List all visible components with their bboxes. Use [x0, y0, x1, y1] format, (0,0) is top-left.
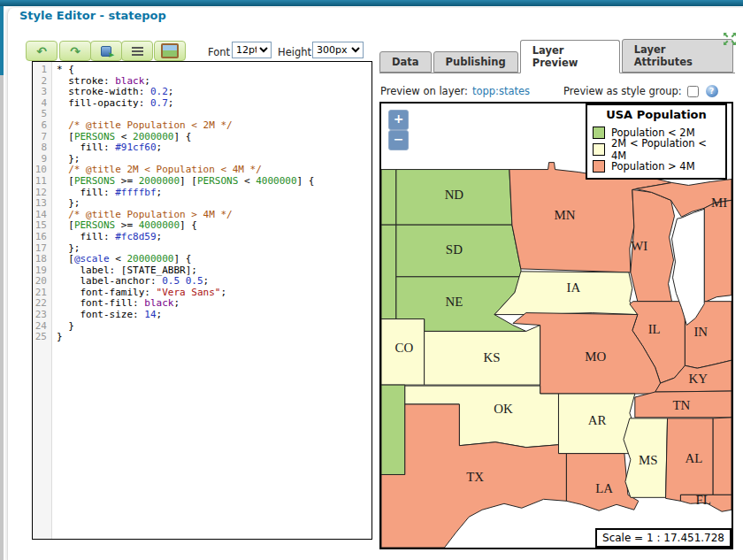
- format-button[interactable]: [121, 41, 153, 61]
- state-KS: [425, 326, 540, 386]
- state-label-KY: KY: [689, 372, 709, 386]
- code-line[interactable]: fill-opacity: 0.7;: [57, 98, 372, 110]
- legend-swatch: [593, 127, 605, 139]
- line-number: 6: [33, 120, 51, 132]
- state-label-AR: AR: [588, 413, 607, 427]
- line-number: 23: [33, 310, 51, 321]
- preview-on-layer-label: Preview on layer:: [380, 85, 468, 97]
- state-MT: [381, 170, 396, 226]
- image-icon: [161, 43, 179, 58]
- code-line[interactable]: fill: #91cf60;: [57, 142, 372, 154]
- code-line[interactable]: }: [57, 321, 372, 333]
- state-label-WI: WI: [631, 239, 647, 253]
- state-label-MI: MI: [711, 196, 727, 210]
- line-number: 3: [33, 87, 51, 98]
- state-label-MO: MO: [585, 349, 606, 364]
- state-MI: [704, 200, 732, 302]
- state-WY: [381, 225, 396, 318]
- state-label-MN: MN: [554, 208, 575, 222]
- legend-label: Population > 4M: [611, 160, 695, 173]
- line-number: 8: [33, 142, 51, 154]
- state-label-NE: NE: [445, 295, 463, 309]
- state-label-IL: IL: [648, 322, 661, 336]
- left-edge-gray: [0, 75, 4, 560]
- top-border-bar: [0, 0, 743, 6]
- legend-swatch: [593, 160, 605, 173]
- insert-image-button[interactable]: [154, 41, 186, 61]
- state-label-TX: TX: [466, 470, 484, 484]
- font-size-select[interactable]: 12pt: [232, 42, 272, 58]
- tab-data[interactable]: Data: [379, 51, 432, 73]
- code-line[interactable]: }: [57, 332, 372, 343]
- redo-icon: ↷: [70, 45, 80, 58]
- code-area[interactable]: * { stroke: black; stroke-width: 0.2; fi…: [53, 62, 372, 539]
- state-GA: [713, 418, 732, 495]
- sld-icon: ➤: [101, 46, 112, 57]
- line-numbers: 1234567891011121314151617181920212223242…: [33, 62, 52, 539]
- code-line[interactable]: font-size: 14;: [57, 310, 372, 321]
- state-label-SD: SD: [446, 242, 463, 257]
- state-label-IA: IA: [567, 280, 581, 295]
- help-icon[interactable]: ?: [706, 85, 718, 97]
- tab-bar: DataPublishingLayer PreviewLayer Attribu…: [379, 50, 735, 73]
- lines-icon: [132, 47, 143, 49]
- zoom-in-button[interactable]: +: [388, 110, 409, 130]
- tab-publishing[interactable]: Publishing: [433, 51, 518, 73]
- style-group-label: Preview as style group:: [563, 85, 682, 97]
- layer-link[interactable]: topp:states: [472, 85, 530, 97]
- state-label-OK: OK: [494, 402, 513, 416]
- font-label: Font: [208, 46, 230, 58]
- convert-sld-button[interactable]: ➤: [90, 41, 122, 61]
- state-label-LA: LA: [595, 481, 613, 495]
- undo-button[interactable]: ↶: [26, 41, 57, 61]
- code-line[interactable]: fill: #fc8d59;: [57, 232, 372, 243]
- legend-label: 2M < Population < 4M: [611, 137, 722, 162]
- state-label-ND: ND: [445, 188, 464, 202]
- legend-swatch: [593, 143, 605, 156]
- line-number: 11: [33, 176, 51, 188]
- redo-button[interactable]: ↷: [59, 41, 91, 61]
- undo-icon: ↶: [36, 45, 47, 58]
- page-title: Style Editor - statepop: [19, 9, 166, 22]
- tab-layer-attributes[interactable]: Layer Attributes: [622, 39, 733, 73]
- legend-item: 2M < Population < 4M: [591, 141, 722, 157]
- code-line[interactable]: fill: #ffffbf;: [57, 188, 372, 199]
- line-number: 20: [33, 276, 51, 288]
- code-editor[interactable]: 1234567891011121314151617181920212223242…: [32, 61, 372, 540]
- line-number: 25: [33, 332, 51, 343]
- height-label: Height: [278, 46, 311, 58]
- state-NM: [381, 385, 405, 474]
- editor-height-select[interactable]: 300px: [312, 42, 364, 58]
- line-number: 18: [33, 254, 51, 265]
- map-preview: NDSDNEMNWIMIIAILINCOKSMOKYTNOKARTXLAMSAL…: [379, 102, 733, 549]
- line-number: 16: [33, 232, 51, 243]
- tab-layer-preview[interactable]: Layer Preview: [520, 40, 620, 73]
- style-group-checkbox[interactable]: [687, 86, 699, 97]
- state-label-CO: CO: [394, 341, 413, 355]
- legend: USA Population Population < 2M2M < Popul…: [586, 104, 727, 180]
- state-label-IN: IN: [693, 325, 708, 339]
- state-label-FL: FL: [696, 493, 711, 507]
- expand-icon[interactable]: [723, 32, 737, 46]
- legend-title: USA Population: [591, 108, 722, 121]
- line-number: 1: [33, 65, 51, 76]
- left-edge-teal: [0, 6, 4, 75]
- zoom-out-button[interactable]: −: [388, 130, 409, 150]
- line-number: 13: [33, 198, 51, 210]
- state-label-KS: KS: [484, 350, 501, 364]
- state-label-AL: AL: [685, 451, 702, 465]
- scale-box: Scale = 1 : 17.451.728: [595, 528, 732, 548]
- state-label-TN: TN: [673, 398, 691, 412]
- state-label-MS: MS: [639, 453, 657, 467]
- preview-options-row: Preview on layer: topp:states Preview as…: [380, 84, 736, 98]
